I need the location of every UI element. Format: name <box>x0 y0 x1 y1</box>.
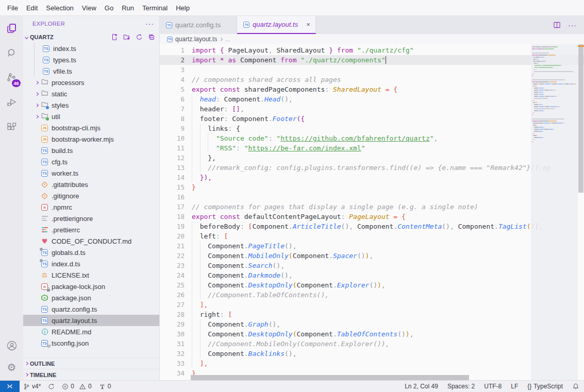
code-line[interactable]: 10"Source code": "https://github.com/bfa… <box>160 133 584 143</box>
code-line[interactable]: 32Component.Backlinks(), <box>160 349 584 359</box>
code-line[interactable]: 24Component.Darkmode(), <box>160 270 584 280</box>
split-editor-icon[interactable] <box>553 21 561 29</box>
code-line[interactable]: 33], <box>160 359 584 368</box>
git-branch-status[interactable]: v4* <box>20 381 44 392</box>
tree-item[interactable]: iREADME.md <box>23 326 159 337</box>
code-line[interactable]: 31//Component.MobileOnly(Component.Explo… <box>160 339 584 349</box>
code-line[interactable]: 4// components shared across all pages <box>160 75 584 84</box>
code-line[interactable]: 18export const defaultContentPageLayout:… <box>160 212 584 221</box>
menu-item-run[interactable]: Run <box>118 2 138 14</box>
menu-item-edit[interactable]: Edit <box>22 2 42 14</box>
code-line[interactable]: 25Component.DesktopOnly(Component.Explor… <box>160 280 584 290</box>
code-line[interactable]: 29Component.Graph(), <box>160 319 584 329</box>
code-line[interactable]: 20left: [ <box>160 231 584 241</box>
new-file-icon[interactable] <box>111 33 118 41</box>
extensions-icon[interactable] <box>0 115 23 140</box>
editor-more-icon[interactable]: ··· <box>568 21 577 29</box>
code-line[interactable]: 7header: [], <box>160 104 584 114</box>
minimap[interactable] <box>531 44 578 380</box>
tree-item[interactable]: .prettierignore <box>23 213 159 224</box>
remote-indicator[interactable] <box>0 381 20 392</box>
tree-item[interactable]: TSquartz.layout.ts <box>23 315 159 326</box>
menu-item-file[interactable]: File <box>3 2 22 14</box>
close-icon[interactable]: × <box>306 21 310 28</box>
code-line[interactable]: 26//Component.TableOfContents(), <box>160 290 584 300</box>
tree-item[interactable]: TSglobals.d.ts <box>23 247 159 258</box>
menu-item-terminal[interactable]: Terminal <box>138 2 172 14</box>
code-line[interactable]: 17// components for pages that display a… <box>160 202 584 212</box>
tree-item[interactable]: TSindex.d.ts <box>23 258 159 269</box>
tree-item[interactable]: ♥CODE_OF_CONDUCT.md <box>23 235 159 247</box>
menu-item-selection[interactable]: Selection <box>42 2 77 14</box>
refresh-icon[interactable] <box>136 33 143 41</box>
code-line[interactable]: 3 <box>160 65 584 75</box>
tree-item[interactable]: TSworker.ts <box>23 167 159 179</box>
settings-gear-icon[interactable]: ⚙ <box>0 356 23 378</box>
tree-item[interactable]: TSquartz.config.ts <box>23 303 159 315</box>
indentation[interactable]: Spaces: 2 <box>443 383 479 390</box>
tree-item[interactable]: ⚖LICENSE.txt <box>23 269 159 281</box>
ports-status[interactable]: 0 <box>95 381 115 392</box>
tree-item[interactable]: JSbootstrap-cli.mjs <box>23 122 159 133</box>
code-line[interactable]: 21Component.PageTitle(), <box>160 241 584 251</box>
tree-item[interactable]: TS⚙tsconfig.json <box>23 337 159 349</box>
new-folder-icon[interactable] <box>123 33 130 41</box>
source-control-icon[interactable]: 46 <box>0 65 23 90</box>
code-line[interactable]: 22Component.MobileOnly(Component.Spacer(… <box>160 251 584 261</box>
code-editor[interactable]: 1import { PageLayout, SharedLayout } fro… <box>160 44 584 380</box>
tree-item[interactable]: styles <box>23 99 159 111</box>
code-line[interactable]: 1import { PageLayout, SharedLayout } fro… <box>160 45 584 55</box>
code-line[interactable]: 9links: { <box>160 124 584 133</box>
vertical-scrollbar[interactable] <box>578 44 584 380</box>
tree-item[interactable]: .gitattributes <box>23 179 159 190</box>
code-line[interactable]: 5export const sharedPageComponents: Shar… <box>160 84 584 94</box>
tree-item[interactable]: JSbootstrap-worker.mjs <box>23 133 159 145</box>
tree-item[interactable]: util <box>23 111 159 122</box>
tree-item[interactable]: TStypes.ts <box>23 54 159 65</box>
cursor-position[interactable]: Ln 2, Col 49 <box>400 383 443 390</box>
problems-status[interactable]: 0 0 <box>58 381 95 392</box>
code-line[interactable]: 14}), <box>160 173 584 182</box>
explorer-icon[interactable] <box>0 16 23 41</box>
code-line[interactable]: 12}, <box>160 153 584 163</box>
code-line[interactable]: 23Component.Search(), <box>160 261 584 270</box>
collapse-all-icon[interactable] <box>148 33 155 41</box>
tree-item[interactable]: n.npmrc <box>23 201 159 213</box>
tree-item[interactable]: static <box>23 88 159 99</box>
code-line[interactable]: 11"RSS": "https://be-far.com/index.xml" <box>160 143 584 153</box>
eol-sequence[interactable]: LF <box>506 383 523 390</box>
code-line[interactable]: 6head: Component.Head(), <box>160 94 584 104</box>
sidebar-section-timeline[interactable]: TIMELINE <box>23 369 159 380</box>
tree-item[interactable]: TSvfile.ts <box>23 65 159 77</box>
code-line[interactable]: 27], <box>160 300 584 310</box>
code-line[interactable]: 2import * as Component from "./quartz/co… <box>160 55 584 65</box>
tree-item[interactable]: npackage-lock.json <box>23 281 159 292</box>
menu-item-help[interactable]: Help <box>172 2 194 14</box>
code-line[interactable]: 28right: [ <box>160 310 584 319</box>
run-debug-icon[interactable] <box>0 90 23 115</box>
tree-item[interactable]: .prettierrc <box>23 224 159 235</box>
tree-item[interactable]: npackage.json <box>23 292 159 303</box>
tree-item[interactable]: TScfg.ts <box>23 156 159 167</box>
account-icon[interactable] <box>0 335 23 356</box>
breadcrumb[interactable]: TS quartz.layout.ts … <box>160 34 584 44</box>
project-section-header[interactable]: QUARTZ <box>23 31 159 43</box>
sync-status[interactable] <box>44 381 58 392</box>
tree-item[interactable]: TSindex.ts <box>23 43 159 54</box>
tab-quartz.config.ts[interactable]: TSquartz.config.ts <box>160 16 237 34</box>
language-mode[interactable]: {}TypeScript <box>523 383 568 390</box>
tree-item[interactable]: processors <box>23 77 159 88</box>
sidebar-more-icon[interactable]: ··· <box>145 20 154 28</box>
notifications-bell-icon[interactable] <box>568 383 584 390</box>
code-line[interactable]: 13//remark_config: config.plugins.transf… <box>160 163 584 173</box>
menu-item-go[interactable]: Go <box>101 2 118 14</box>
encoding[interactable]: UTF-8 <box>479 383 506 390</box>
tab-quartz.layout.ts[interactable]: TSquartz.layout.ts× <box>237 16 316 34</box>
sidebar-section-outline[interactable]: OUTLINE <box>23 357 159 369</box>
search-icon[interactable] <box>0 41 23 65</box>
code-line[interactable]: 30Component.DesktopOnly(Component.TableO… <box>160 329 584 339</box>
code-line[interactable]: 15} <box>160 182 584 192</box>
code-line[interactable]: 8footer: Component.Footer({ <box>160 114 584 124</box>
code-line[interactable]: 19beforeBody: [Component.ArticleTitle(),… <box>160 221 584 231</box>
tree-item[interactable]: .gitignore <box>23 190 159 201</box>
